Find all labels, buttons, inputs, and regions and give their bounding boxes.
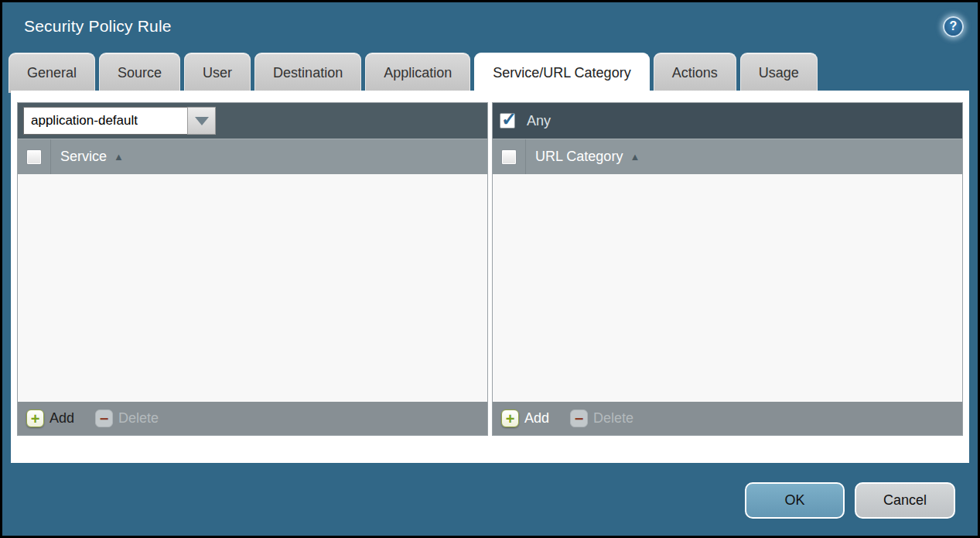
service-panel: application-default Service ▲ [17,102,488,436]
add-plus-icon: + [26,409,44,427]
service-type-dropdown-value[interactable]: application-default [23,107,187,135]
add-button-label: Add [50,410,74,427]
dialog-title: Security Policy Rule [24,17,172,36]
tab-source[interactable]: Source [99,53,180,93]
service-delete-button[interactable]: − Delete [95,409,159,427]
url-category-header-checkbox-cell [493,139,526,174]
service-type-dropdown-button[interactable] [187,107,216,135]
cancel-button[interactable]: Cancel [855,482,955,519]
sort-ascending-icon[interactable]: ▲ [630,151,640,163]
any-checkbox-label[interactable]: Any [527,113,551,129]
url-category-select-all-checkbox[interactable] [501,149,517,165]
url-category-table-header: URL Category ▲ [493,139,962,174]
tab-destination[interactable]: Destination [254,53,361,93]
service-select-all-checkbox[interactable] [26,149,42,165]
delete-button-label: Delete [118,410,159,427]
tab-bar: General Source User Destination Applicat… [2,53,978,93]
tab-actions[interactable]: Actions [654,53,736,93]
url-category-panel: ✓ Any URL Category ▲ + [492,102,963,436]
url-category-column-title[interactable]: URL Category [535,149,623,165]
service-table-header: Service ▲ [18,139,487,174]
delete-minus-icon: − [570,409,588,427]
panels-container: application-default Service ▲ [11,91,969,436]
service-toolbar: application-default [18,103,487,139]
help-glyph: ? [950,19,958,33]
service-header-checkbox-cell [18,139,51,174]
tab-service-url-category[interactable]: Service/URL Category [474,53,649,93]
add-button-label: Add [524,410,549,427]
url-category-add-button[interactable]: + Add [501,409,549,427]
add-plus-icon: + [501,409,519,427]
tab-content: application-default Service ▲ [11,91,969,463]
chevron-down-icon [195,117,209,125]
url-category-actions-bar: + Add − Delete [493,402,962,435]
security-policy-rule-dialog: Security Policy Rule ? General Source Us… [0,0,980,538]
sort-ascending-icon[interactable]: ▲ [114,151,124,163]
url-category-any-bar: ✓ Any [493,103,962,139]
url-category-table-body [493,174,962,402]
service-column-title[interactable]: Service [60,149,107,165]
checkmark-icon: ✓ [501,108,517,130]
delete-button-label: Delete [593,410,633,427]
any-checkbox[interactable]: ✓ [500,113,515,129]
service-column-label: Service ▲ [60,149,124,165]
dialog-footer: OK Cancel [745,482,955,519]
delete-minus-icon: − [95,409,113,427]
url-category-delete-button[interactable]: − Delete [570,409,633,427]
url-category-column-label: URL Category ▲ [535,149,640,165]
service-actions-bar: + Add − Delete [18,402,487,435]
service-table-body [18,174,487,402]
tab-application[interactable]: Application [365,53,470,93]
tab-usage[interactable]: Usage [740,53,818,93]
ok-button[interactable]: OK [745,482,845,519]
tab-user[interactable]: User [184,53,251,93]
help-icon[interactable]: ? [943,16,964,37]
service-add-button[interactable]: + Add [26,409,74,427]
service-type-dropdown[interactable]: application-default [23,107,216,135]
tab-general[interactable]: General [9,53,95,93]
dialog-titlebar: Security Policy Rule ? [2,2,978,50]
